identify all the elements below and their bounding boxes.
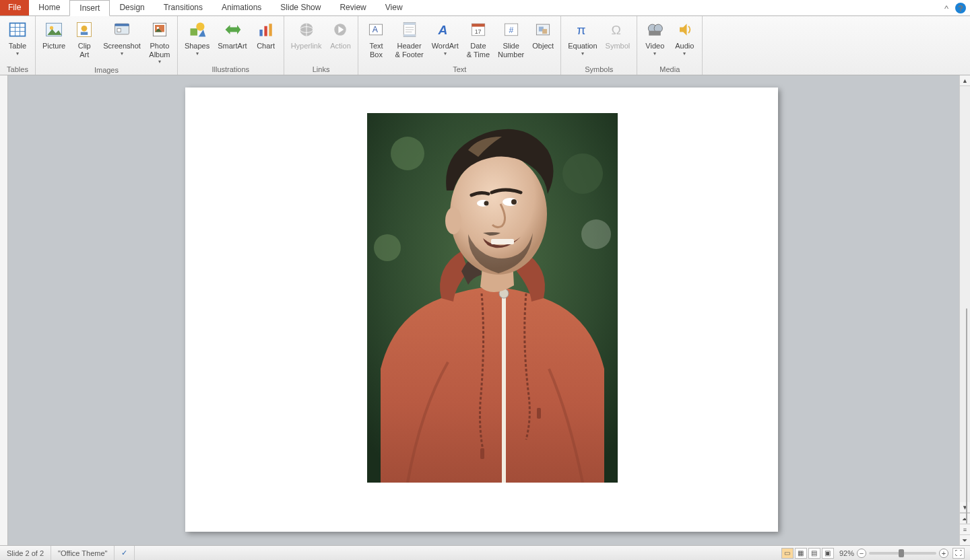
svg-point-15 (157, 27, 160, 30)
ribbon-datetime-button[interactable]: 17Date & Time (463, 18, 494, 65)
ribbon-clipart-button[interactable]: Clip Art (69, 18, 99, 66)
ribbon-textbox-button[interactable]: AText Box (361, 18, 391, 65)
dropdown-arrow-icon: ▾ (653, 50, 656, 57)
tab-transitions[interactable]: Transitions (154, 0, 212, 15)
svg-point-8 (82, 26, 88, 32)
ribbon-item-label: Clip Art (78, 42, 91, 59)
tab-slide-show[interactable]: Slide Show (271, 0, 330, 15)
ribbon-item-label: Screenshot (103, 42, 141, 50)
ribbon-photoalbum-button[interactable]: Photo Album▾ (145, 18, 174, 66)
textbox-icon: A (365, 19, 387, 40)
ribbon-item-label: Video (645, 42, 664, 50)
ribbon-group-label: Images (38, 66, 174, 75)
theme-indicator[interactable]: "Office Theme" (51, 546, 115, 560)
zoom-thumb[interactable] (899, 549, 904, 557)
tab-insert[interactable]: Insert (69, 0, 110, 16)
ribbon-item-label: Equation (568, 42, 597, 50)
ribbon-video-button[interactable]: Video▾ (640, 18, 670, 65)
symbol-icon: Ω (607, 19, 628, 40)
slide-canvas[interactable] (185, 88, 778, 532)
tab-review[interactable]: Review (330, 0, 375, 15)
ribbon-item-label: Hyperlink (291, 42, 322, 50)
spellcheck-icon[interactable]: ✓ (115, 546, 135, 560)
slide-workspace[interactable] (0, 75, 959, 545)
svg-text:17: 17 (475, 28, 482, 35)
tab-home[interactable]: Home (29, 0, 69, 15)
ribbon-item-label: Object (532, 42, 554, 50)
svg-point-56 (450, 153, 547, 275)
svg-rect-52 (502, 289, 506, 483)
ribbon-group-links: HyperlinkActionLinks (284, 16, 359, 75)
ribbon-chart-button[interactable]: Chart (251, 18, 281, 65)
slideshow-view-icon[interactable]: ▣ (822, 548, 834, 559)
ribbon-item-label: Text Box (369, 42, 383, 59)
tab-design[interactable]: Design (110, 0, 154, 15)
shapes-icon (187, 19, 208, 40)
ribbon-slidenumber-button[interactable]: #Slide Number (494, 18, 528, 65)
ribbon-item-label: SmartArt (218, 42, 247, 50)
zoom-slider[interactable] (869, 552, 936, 555)
smartart-icon (222, 19, 243, 40)
inserted-picture[interactable] (367, 113, 618, 483)
ribbon-group-label: Symbols (564, 65, 634, 75)
fit-slide-icon[interactable]: ⛶ (952, 548, 965, 559)
ribbon-screenshot-button[interactable]: Screenshot▾ (99, 18, 145, 66)
zoom-level[interactable]: 92% (839, 549, 854, 557)
chart-icon (255, 19, 277, 40)
tab-animations[interactable]: Animations (212, 0, 271, 15)
ribbon-item-label: Symbol (606, 42, 630, 50)
ribbon-shapes-button[interactable]: Shapes▾ (181, 18, 214, 65)
svg-point-49 (562, 153, 603, 194)
action-icon (329, 19, 351, 40)
ribbon-hyperlink-button: Hyperlink (287, 18, 326, 65)
tab-view[interactable]: View (376, 0, 412, 15)
tab-file[interactable]: File (0, 0, 29, 15)
svg-rect-12 (117, 28, 121, 32)
zoom-in-icon[interactable]: + (939, 549, 948, 558)
svg-point-51 (374, 234, 401, 261)
svg-point-57 (445, 207, 461, 234)
svg-rect-35 (472, 24, 484, 26)
previous-slide-icon[interactable]: ⏶ (960, 513, 970, 524)
svg-rect-62 (491, 239, 514, 244)
zoom-out-icon[interactable]: − (857, 549, 866, 558)
slide-nav-menu-icon[interactable]: ≡ (960, 524, 970, 534)
ribbon-group-images: PictureClip ArtScreenshot▾Photo Album▾Im… (36, 16, 178, 75)
ribbon-item-label: Date & Time (467, 42, 490, 59)
ribbon-picture-button[interactable]: Picture (38, 18, 69, 66)
vertical-scrollbar[interactable]: ▲ ▼ ⏶ ≡ ⏷ (959, 75, 970, 545)
dropdown-arrow-icon: ▾ (16, 50, 19, 57)
svg-rect-28 (403, 23, 416, 26)
svg-point-6 (50, 26, 53, 30)
ribbon-table-button[interactable]: Table▾ (3, 18, 32, 65)
svg-point-17 (196, 23, 204, 31)
ribbon-minimize-icon[interactable]: ^ (944, 3, 948, 13)
ribbon-group-label: Illustrations (181, 65, 281, 75)
ribbon-wordart-button[interactable]: AWordArt▾ (428, 18, 463, 65)
ribbon-group-label: Media (640, 65, 699, 75)
ribbon-group-symbols: πEquation▾ΩSymbolSymbols (561, 16, 637, 75)
ribbon-item-label: Shapes (185, 42, 209, 50)
ribbon-equation-button[interactable]: πEquation▾ (564, 18, 601, 65)
svg-rect-29 (403, 34, 416, 37)
ribbon-smartart-button[interactable]: SmartArt (214, 18, 251, 65)
next-slide-icon[interactable]: ⏷ (960, 534, 970, 545)
svg-rect-54 (480, 448, 484, 459)
wordart-icon: A (434, 19, 456, 40)
help-icon[interactable]: ? (955, 3, 966, 13)
portrait-photo-icon (367, 113, 618, 483)
help-area: ^ ? (944, 3, 966, 13)
scroll-thumb[interactable] (966, 308, 967, 524)
ribbon-headerfooter-button[interactable]: Header & Footer (391, 18, 427, 65)
svg-rect-9 (81, 32, 88, 35)
scroll-down-icon[interactable]: ▼ (960, 502, 970, 513)
dropdown-arrow-icon: ▾ (444, 50, 447, 57)
scroll-up-icon[interactable]: ▲ (960, 75, 970, 86)
slide-indicator[interactable]: Slide 2 of 2 (0, 546, 51, 560)
reading-view-icon[interactable]: ▤ (808, 548, 820, 559)
ribbon-object-button[interactable]: Object (528, 18, 558, 65)
normal-view-icon[interactable]: ▭ (781, 548, 794, 559)
sorter-view-icon[interactable]: ▦ (795, 548, 807, 559)
ribbon-audio-button[interactable]: Audio▾ (670, 18, 699, 65)
ribbon-group-illustrations: Shapes▾SmartArtChartIllustrations (178, 16, 284, 75)
